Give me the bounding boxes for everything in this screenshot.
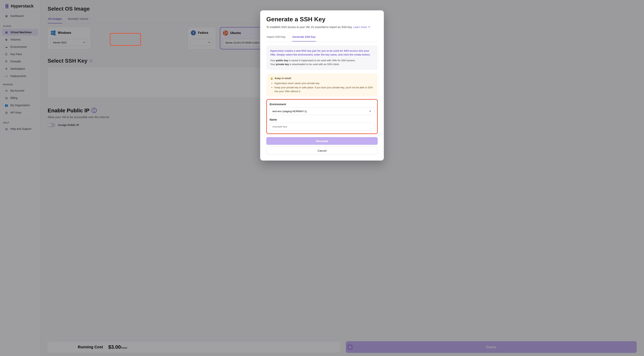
warning-box: 🔒 Keep in mind! Hyperstack never saves y… xyxy=(266,73,282,96)
cancel-button[interactable]: Cancel xyxy=(266,147,282,154)
info-box: Hyperstack creates a new RSA key pair fo… xyxy=(266,46,282,70)
modal-subtitle: To establish SSH access to your VM, it's… xyxy=(266,26,282,29)
info-public-key-line: Your public key is saved in Hyperstack t… xyxy=(270,58,282,66)
tab-import-ssh-key[interactable]: Import SSH key xyxy=(266,33,282,42)
text-bold: public key xyxy=(276,59,282,62)
select-value: test-env (staging-NORWAY-1) xyxy=(272,110,282,113)
generate-ssh-key-modal: Generate a SSH Key To establish SSH acce… xyxy=(260,10,282,156)
lock-icon: 🔒 xyxy=(270,76,273,80)
generate-button[interactable]: Generate xyxy=(266,137,282,145)
warning-title: Keep in mind! xyxy=(275,76,282,80)
info-rsa-text: Hyperstack creates a new RSA key pair fo… xyxy=(270,49,282,57)
modal-overlay[interactable]: Generate a SSH Key To establish SSH acce… xyxy=(0,0,282,156)
text: Your xyxy=(270,59,276,62)
text: Your xyxy=(270,63,276,66)
modal-tabs: Import SSH key Generate SSH key xyxy=(266,33,282,42)
modal-sub-text: To establish SSH access to your VM, it's… xyxy=(266,26,282,28)
warning-item: Keep your private key in safe place. If … xyxy=(274,86,282,93)
form-highlight-area: Environment test-env (staging-NORWAY-1) … xyxy=(266,99,282,134)
environment-select[interactable]: test-env (staging-NORWAY-1) xyxy=(270,107,282,115)
modal-title: Generate a SSH Key xyxy=(266,16,282,23)
text-bold: private key xyxy=(276,63,282,66)
key-name-input[interactable] xyxy=(270,123,282,130)
warning-item: Hyperstack never saves your private key. xyxy=(274,82,282,85)
environment-label: Environment xyxy=(270,103,282,106)
name-label: Name xyxy=(270,118,282,121)
